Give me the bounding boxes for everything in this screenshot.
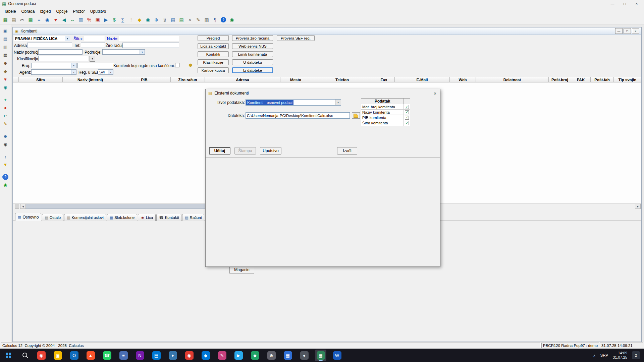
toolbar-doc-blue-icon[interactable]: ▤ <box>169 16 177 23</box>
taskbar-snip-icon[interactable]: ● <box>299 350 310 361</box>
menu-izgled[interactable]: Izgled <box>37 8 53 15</box>
tab-slob-kolone[interactable]: ▦Slob.kolone <box>107 214 138 221</box>
close-button[interactable]: × <box>631 0 643 7</box>
izadi-button[interactable]: Izađi <box>337 147 357 155</box>
side-printer-icon[interactable]: ▦ <box>2 52 9 58</box>
toolbar-data-grid-icon[interactable]: ▦ <box>2 16 9 23</box>
col-email[interactable]: E-Mail <box>395 77 450 82</box>
taskbar-sharex-icon[interactable]: ◆ <box>249 350 261 361</box>
toolbar-new-doc-icon[interactable]: ▥ <box>203 16 210 23</box>
toolbar-world-icon[interactable]: ◉ <box>144 16 152 23</box>
toolbar-chart-icon[interactable]: ≡ <box>35 16 43 23</box>
klasifikacija-dropdown-button[interactable]: ▾ <box>90 56 95 62</box>
taskbar-opera-icon[interactable]: ◉ <box>183 350 195 361</box>
tab-ostalo[interactable]: ▤Ostalo <box>42 214 63 221</box>
menu-tabele[interactable]: Tabele <box>1 8 18 15</box>
menu-prozor[interactable]: Prozor <box>70 8 87 15</box>
toolbar-sync-icon[interactable]: ↔ <box>69 16 76 23</box>
toolbar-network-icon[interactable]: ◉ <box>228 16 235 23</box>
provera-ziro-racuna-button[interactable]: Provera žiro računa <box>232 35 273 41</box>
uputstvo-button[interactable]: Uputstvo <box>260 147 281 155</box>
field-checkbox[interactable] <box>405 105 409 109</box>
tab-racuni[interactable]: ▤Računi <box>182 214 204 221</box>
side-search-icon[interactable]: ◉ <box>2 141 9 147</box>
reg-sef-select[interactable]: Svi ▾ <box>98 69 113 75</box>
tab-kontakti[interactable]: ☎Kontakti <box>156 214 181 221</box>
taskbar-search-icon[interactable] <box>19 350 31 361</box>
komitenti-restore-button[interactable]: □ <box>624 28 631 34</box>
menu-obrada[interactable]: Obrada <box>18 8 37 15</box>
tab-osnovno[interactable]: ▦Osnovno <box>15 213 41 221</box>
u-datoteku-button[interactable]: U datoteku <box>232 59 273 65</box>
ucitaj-button[interactable]: Učitaj <box>209 147 230 155</box>
lica-za-kontakt-button[interactable]: Lica za kontakt <box>198 43 229 49</box>
side-report-icon[interactable]: ▤ <box>2 36 9 42</box>
agent-select[interactable]: ▾ <box>31 69 76 75</box>
side-stop-icon[interactable]: ● <box>2 105 9 111</box>
notifications-icon[interactable]: 2 <box>632 351 640 359</box>
magacin-button[interactable]: Magacin <box>229 266 254 274</box>
col-tip-svojine[interactable]: Tip svojin <box>614 77 641 82</box>
col-web[interactable]: Web <box>450 77 476 82</box>
toolbar-money-icon[interactable]: $ <box>111 16 118 23</box>
taskbar-calendar-icon[interactable]: ▤ <box>151 350 162 361</box>
col-post-broj[interactable]: Pošt.broj <box>549 77 571 82</box>
side-users-icon[interactable]: ☻ <box>2 60 9 66</box>
col-pak[interactable]: PAK <box>571 77 591 82</box>
toolbar-sum-icon[interactable]: ∑ <box>119 16 126 23</box>
side-help-icon[interactable]: ? <box>2 174 8 180</box>
taskbar-vscode-icon[interactable]: ◆ <box>200 350 211 361</box>
dialog-close-icon[interactable]: × <box>432 90 438 97</box>
podrucje-select[interactable]: ▾ <box>102 49 145 55</box>
col-ziro-racun[interactable]: Žiro račun <box>171 77 205 82</box>
tel-input[interactable] <box>81 43 105 48</box>
menu-opcije[interactable]: Opcije <box>53 8 70 15</box>
iz-datoteke-button[interactable]: Iz datoteke <box>232 67 273 73</box>
tray-chevron-up-icon[interactable]: ∧ <box>593 354 595 357</box>
side-monitor-icon[interactable]: ▣ <box>2 28 9 34</box>
user-permissions-icon[interactable]: ☻ <box>187 61 194 69</box>
toolbar-attach-icon[interactable]: § <box>161 16 168 23</box>
side-add-icon[interactable]: + <box>2 97 9 103</box>
toolbar-cut-icon[interactable]: ✂ <box>18 16 26 23</box>
toolbar-globe-icon[interactable]: ◉ <box>44 16 51 23</box>
komitenti-close-button[interactable]: × <box>632 28 639 34</box>
toolbar-tag-icon[interactable]: ◆ <box>136 16 143 23</box>
type-select[interactable]: PRAVNA I FIZIČKA LICA ▾ <box>14 36 70 41</box>
taskbar-calculus-icon[interactable]: ▦ <box>315 350 326 361</box>
pregled-button[interactable]: Pregled <box>198 35 229 41</box>
limiti-komitenata-button[interactable]: Limiti komitenata <box>232 51 273 57</box>
toolbar-help-icon[interactable]: ? <box>220 16 227 23</box>
scroll-left-icon[interactable]: ◂ <box>20 204 26 209</box>
klasifikacije-button[interactable]: Klasifikacije <box>198 59 229 65</box>
col-naziv-interni[interactable]: Naziv (interni) <box>63 77 118 82</box>
toolbar-reminder-icon[interactable]: ! <box>127 16 135 23</box>
toolbar-back-icon[interactable]: ◀ <box>60 16 68 23</box>
web-servis-nbs-button[interactable]: Web servis NBS <box>232 43 273 49</box>
minimize-button[interactable]: — <box>606 0 619 7</box>
izvor-podataka-select[interactable]: Komitenti - osnovni podaci ▾ <box>246 99 341 106</box>
toolbar-favorites-icon[interactable]: ♥ <box>52 16 59 23</box>
col-adresa[interactable]: Adresa <box>205 77 280 82</box>
col-mesto[interactable]: Mesto <box>280 77 311 82</box>
col-gutter[interactable] <box>13 77 19 82</box>
scrollbar-thumb[interactable] <box>26 204 224 209</box>
taskbar-python-icon[interactable]: ♦ <box>167 350 178 361</box>
broj-input[interactable] <box>77 63 114 68</box>
toolbar-invoice-icon[interactable]: ▣ <box>94 16 101 23</box>
taskbar-chrome-icon[interactable]: ◉ <box>36 350 47 361</box>
field-checkbox[interactable] <box>405 110 409 114</box>
toolbar-brush-icon[interactable]: ✎ <box>195 16 202 23</box>
datoteka-input[interactable]: C:\Users\Nemanja-PC\Desktop\KomitentiCal… <box>246 112 350 119</box>
scroll-right-icon[interactable]: ▸ <box>635 204 641 209</box>
klasifikacija-input[interactable] <box>38 56 88 61</box>
side-network-icon[interactable]: ◉ <box>2 182 9 188</box>
maximize-button[interactable]: □ <box>619 0 631 7</box>
field-checkbox[interactable] <box>405 121 409 125</box>
language-indicator[interactable]: SRP <box>600 353 608 357</box>
toolbar-settings-icon[interactable]: ⊕ <box>153 16 160 23</box>
kontakti-button[interactable]: Kontakti <box>198 51 229 57</box>
side-group-icon[interactable]: ☻ <box>2 133 9 139</box>
taskbar-notepad-icon[interactable]: ≡ <box>118 350 129 361</box>
naziv-podrucja-input[interactable] <box>38 49 83 55</box>
